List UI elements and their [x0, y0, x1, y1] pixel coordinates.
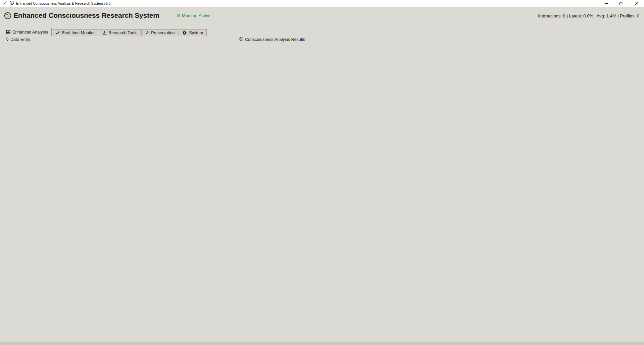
window-bottom-edge	[0, 342, 644, 345]
tab-enhanced-analysis[interactable]: Enhanced Analysis	[3, 28, 52, 36]
window-title: Enhanced Consciousness Analysis & Resear…	[16, 1, 110, 5]
notebook-content	[3, 36, 641, 342]
bar-chart-icon	[6, 30, 10, 34]
memo-icon	[5, 37, 9, 42]
tab-label: System	[189, 31, 203, 35]
flask-icon	[102, 31, 106, 35]
header: Enhanced Consciousness Research System M…	[0, 7, 644, 24]
close-icon	[635, 2, 638, 5]
results-panel-label: Consciousness Analysis Results	[239, 37, 305, 42]
line-chart-icon	[56, 31, 60, 35]
monitor-status-text: Monitor: Active	[182, 13, 210, 18]
titlebar: Enhanced Consciousness Analysis & Resear…	[0, 0, 644, 7]
feather-icon	[3, 0, 8, 6]
tab-label: Enhanced Analysis	[12, 30, 48, 35]
close-button[interactable]	[629, 0, 644, 7]
tab-realtime-monitor[interactable]: Real-time Monitor	[52, 29, 99, 36]
tab-bar: Enhanced Analysis Real-time Monitor Rese…	[3, 28, 207, 36]
data-entry-title: Data Entry	[10, 37, 30, 42]
stats-readout: Interactions: 8 | Latest: 0.0% | Avg: 1.…	[538, 13, 639, 18]
tab-preservation[interactable]: Preservation	[141, 29, 178, 36]
page-title: Enhanced Consciousness Research System	[13, 11, 159, 19]
tab-label: Preservation	[151, 31, 175, 35]
minimize-icon	[605, 2, 608, 5]
results-title: Consciousness Analysis Results	[245, 37, 305, 42]
gear-icon	[182, 31, 187, 35]
tab-label: Real-time Monitor	[62, 31, 95, 35]
tab-system[interactable]: System	[179, 29, 207, 36]
data-entry-panel-label: Data Entry	[5, 37, 30, 42]
app-window: Enhanced Consciousness Analysis & Resear…	[0, 0, 644, 345]
monitor-dot-icon	[177, 14, 180, 17]
minimize-button[interactable]	[599, 0, 614, 7]
tab-research-tools[interactable]: Research Tools	[99, 29, 141, 36]
brain-small-icon	[239, 37, 243, 42]
monitor-status: Monitor: Active	[177, 13, 210, 18]
tab-label: Research Tools	[108, 31, 137, 35]
maximize-button[interactable]	[614, 0, 629, 7]
restore-icon	[620, 2, 623, 5]
wrench-icon	[145, 31, 149, 35]
app-brain-icon	[10, 0, 14, 6]
brain-icon	[4, 12, 11, 21]
